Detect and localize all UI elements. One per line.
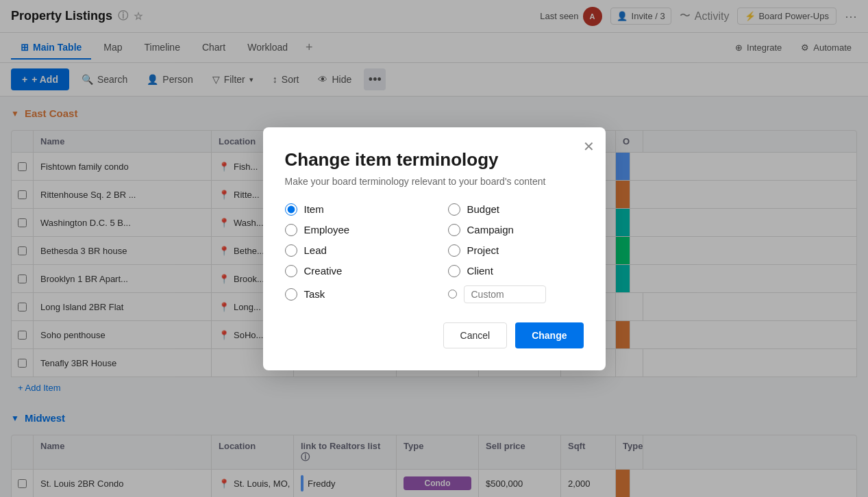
radio-client[interactable]	[448, 265, 460, 277]
option-task[interactable]: Task	[285, 285, 421, 303]
radio-budget[interactable]	[448, 203, 460, 216]
custom-text-input[interactable]	[464, 285, 546, 303]
option-task-label: Task	[304, 288, 325, 300]
option-creative[interactable]: Creative	[285, 265, 421, 277]
radio-campaign[interactable]	[448, 224, 460, 236]
modal-title: Change item terminology	[285, 149, 584, 170]
option-project-label: Project	[467, 244, 499, 256]
cancel-button[interactable]: Cancel	[443, 322, 508, 348]
radio-employee[interactable]	[285, 224, 297, 236]
radio-creative[interactable]	[285, 265, 297, 277]
modal-actions: Cancel Change	[285, 322, 584, 348]
modal-overlay: ✕ Change item terminology Make your boar…	[0, 0, 868, 497]
option-lead-label: Lead	[304, 244, 327, 256]
option-client-label: Client	[467, 265, 493, 277]
option-campaign-label: Campaign	[467, 224, 514, 235]
option-lead[interactable]: Lead	[285, 244, 421, 257]
modal-subtitle: Make your board terminology relevant to …	[285, 176, 584, 187]
option-client[interactable]: Client	[448, 265, 584, 277]
custom-option-wrap	[448, 285, 584, 303]
option-campaign[interactable]: Campaign	[448, 224, 584, 236]
option-item-label: Item	[304, 203, 324, 215]
option-employee[interactable]: Employee	[285, 224, 421, 236]
option-employee-label: Employee	[304, 224, 350, 235]
option-budget[interactable]: Budget	[448, 203, 584, 216]
radio-task[interactable]	[285, 288, 297, 301]
radio-project[interactable]	[448, 244, 460, 257]
option-project[interactable]: Project	[448, 244, 584, 257]
change-button[interactable]: Change	[515, 322, 583, 348]
option-creative-label: Creative	[304, 265, 343, 277]
modal-close-button[interactable]: ✕	[583, 138, 595, 155]
radio-lead[interactable]	[285, 244, 297, 257]
option-item[interactable]: Item	[285, 203, 421, 216]
option-budget-label: Budget	[467, 203, 500, 215]
terminology-options: Item Budget Employee Campaign Lead Proje…	[285, 203, 584, 303]
radio-item[interactable]	[285, 203, 297, 216]
change-terminology-modal: ✕ Change item terminology Make your boar…	[263, 127, 606, 370]
radio-custom[interactable]	[448, 290, 457, 298]
